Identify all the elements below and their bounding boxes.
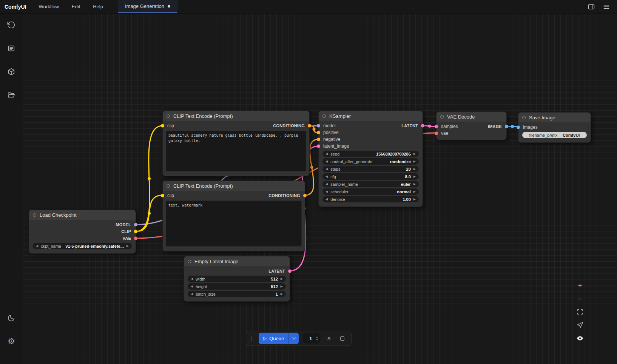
- widget-ckpt-name[interactable]: ◀ ckpt_name v1-5-pruned-emaonly.safete..…: [33, 243, 132, 249]
- output-port-latent[interactable]: [421, 124, 424, 128]
- prompt-textarea[interactable]: text, watermark: [166, 201, 302, 247]
- prev-arrow-icon[interactable]: ◀: [191, 293, 193, 296]
- node-ksampler[interactable]: KSampler model LATENT positive negative …: [318, 111, 423, 207]
- prev-arrow-icon[interactable]: ◀: [325, 168, 328, 171]
- output-port-vae[interactable]: [134, 237, 137, 240]
- next-arrow-icon[interactable]: ▶: [413, 198, 416, 201]
- sidebar-history-button[interactable]: [7, 20, 16, 29]
- node-title-bar[interactable]: VAE Decode: [437, 112, 506, 122]
- collapse-dot[interactable]: [440, 115, 444, 119]
- sidebar-model-library-button[interactable]: [7, 67, 16, 76]
- output-port-model[interactable]: [134, 223, 137, 227]
- model-library-cube-icon: [7, 68, 15, 76]
- node-save-image[interactable]: Save Image images filename_prefix ComfyU…: [518, 112, 591, 143]
- sidebar-workflows-button[interactable]: [7, 91, 16, 100]
- widget-batch-size[interactable]: ◀ batch_size 1 ▶: [188, 291, 286, 297]
- collapse-dot[interactable]: [522, 116, 526, 119]
- collapse-dot[interactable]: [167, 184, 170, 188]
- widget-denoise[interactable]: ◀ denoise 1.00 ▶: [322, 196, 419, 202]
- collapse-dot[interactable]: [322, 114, 326, 118]
- next-arrow-icon[interactable]: ▶: [413, 190, 416, 193]
- widget-width[interactable]: ◀ width 512 ▶: [188, 276, 286, 282]
- node-title-bar[interactable]: KSampler: [319, 111, 423, 121]
- widget-control-after-generate[interactable]: ◀ control_after_generate randomize ▶: [322, 158, 419, 165]
- node-title-bar[interactable]: Empty Latent Image: [184, 256, 290, 266]
- widget-steps[interactable]: ◀ steps 20 ▶: [322, 166, 419, 172]
- prev-arrow-icon[interactable]: ◀: [325, 190, 328, 193]
- input-port-clip[interactable]: [161, 124, 164, 128]
- menu-workflow[interactable]: Workflow: [32, 0, 65, 13]
- widget-scheduler[interactable]: ◀ scheduler normal ▶: [322, 188, 419, 195]
- collapse-dot[interactable]: [188, 260, 191, 263]
- theme-toggle-button[interactable]: [7, 313, 16, 322]
- main-menu-button[interactable]: [600, 2, 613, 12]
- queue-options-button[interactable]: [289, 333, 299, 344]
- prev-arrow-icon[interactable]: ◀: [325, 160, 328, 163]
- next-arrow-icon[interactable]: ▶: [413, 175, 416, 178]
- prev-arrow-icon[interactable]: ◀: [36, 245, 38, 248]
- fit-view-button[interactable]: [575, 307, 585, 317]
- widget-filename-prefix[interactable]: filename_prefix ComfyUI: [522, 132, 587, 138]
- node-title-bar[interactable]: CLIP Text Encode (Prompt): [163, 181, 305, 191]
- node-load-checkpoint[interactable]: Load Checkpoint MODEL CLIP VAE ◀ ckpt_na…: [29, 210, 136, 254]
- menu-edit[interactable]: Edit: [65, 0, 86, 13]
- sidebar-queue-button[interactable]: [7, 44, 16, 53]
- input-port-clip[interactable]: [161, 194, 164, 197]
- prompt-textarea[interactable]: beautiful scenery nature glass bottle la…: [166, 131, 306, 171]
- input-port-negative[interactable]: [317, 138, 320, 141]
- zoom-out-button[interactable]: −: [575, 294, 585, 304]
- stop-button[interactable]: [338, 334, 347, 343]
- next-arrow-icon[interactable]: ▶: [413, 183, 416, 186]
- next-arrow-icon[interactable]: ▶: [281, 285, 283, 288]
- next-arrow-icon[interactable]: ▶: [281, 293, 283, 296]
- output-port-clip[interactable]: [134, 230, 137, 233]
- widget-sampler-name[interactable]: ◀ sampler_name euler ▶: [322, 181, 419, 187]
- collapse-dot[interactable]: [167, 114, 170, 118]
- widget-height[interactable]: ◀ height 512 ▶: [188, 283, 286, 290]
- zoom-in-button[interactable]: +: [575, 281, 585, 290]
- input-port-latent-image[interactable]: [317, 145, 320, 148]
- select-mode-button[interactable]: [575, 320, 585, 330]
- output-port-image[interactable]: [505, 125, 508, 128]
- clear-queue-button[interactable]: ×: [324, 334, 333, 343]
- output-label-conditioning: CONDITIONING: [268, 193, 300, 198]
- prev-arrow-icon[interactable]: ◀: [325, 153, 328, 156]
- node-clip-text-encode-negative[interactable]: CLIP Text Encode (Prompt) clip CONDITION…: [162, 180, 305, 251]
- drag-handle-icon[interactable]: ⋮: [249, 336, 255, 341]
- batch-count-input[interactable]: 1: [303, 333, 320, 344]
- output-port-conditioning[interactable]: [303, 194, 307, 197]
- node-title-bar[interactable]: Save Image: [518, 113, 591, 122]
- prev-arrow-icon[interactable]: ◀: [191, 285, 193, 288]
- input-port-images[interactable]: [517, 126, 520, 129]
- prev-arrow-icon[interactable]: ◀: [325, 175, 328, 178]
- widget-cfg[interactable]: ◀ cfg 8.0 ▶: [322, 173, 419, 180]
- node-empty-latent-image[interactable]: Empty Latent Image LATENT ◀ width 512 ▶ …: [184, 256, 290, 302]
- node-title: CLIP Text Encode (Prompt): [173, 113, 233, 119]
- toggle-link-visibility-button[interactable]: [575, 333, 585, 343]
- prev-arrow-icon[interactable]: ◀: [325, 183, 328, 186]
- next-arrow-icon[interactable]: ▶: [413, 160, 416, 163]
- output-port-conditioning[interactable]: [308, 124, 311, 128]
- next-arrow-icon[interactable]: ▶: [126, 245, 129, 248]
- menu-help[interactable]: Help: [86, 0, 110, 13]
- tab-image-generation[interactable]: Image Generation: [118, 0, 177, 13]
- node-title-bar[interactable]: Load Checkpoint: [29, 210, 136, 220]
- widget-seed[interactable]: ◀ seed 156680208700286 ▶: [322, 151, 419, 157]
- prev-arrow-icon[interactable]: ◀: [325, 198, 328, 201]
- next-arrow-icon[interactable]: ▶: [281, 278, 283, 281]
- output-port-latent[interactable]: [288, 270, 292, 273]
- queue-button[interactable]: ▷ Queue: [259, 333, 299, 344]
- node-vae-decode[interactable]: VAE Decode samples IMAGE vae: [436, 111, 507, 140]
- node-title-bar[interactable]: CLIP Text Encode (Prompt): [163, 111, 309, 121]
- input-port-model[interactable]: [317, 124, 320, 128]
- next-arrow-icon[interactable]: ▶: [413, 153, 416, 156]
- input-port-vae[interactable]: [435, 132, 438, 135]
- input-port-positive[interactable]: [317, 131, 320, 134]
- next-arrow-icon[interactable]: ▶: [413, 168, 416, 171]
- node-clip-text-encode-positive[interactable]: CLIP Text Encode (Prompt) clip CONDITION…: [162, 111, 310, 176]
- input-port-samples[interactable]: [435, 125, 438, 128]
- collapse-dot[interactable]: [33, 213, 36, 217]
- toggle-bottom-panel-button[interactable]: [585, 2, 598, 12]
- settings-button[interactable]: ⚙: [7, 337, 16, 346]
- prev-arrow-icon[interactable]: ◀: [191, 278, 193, 281]
